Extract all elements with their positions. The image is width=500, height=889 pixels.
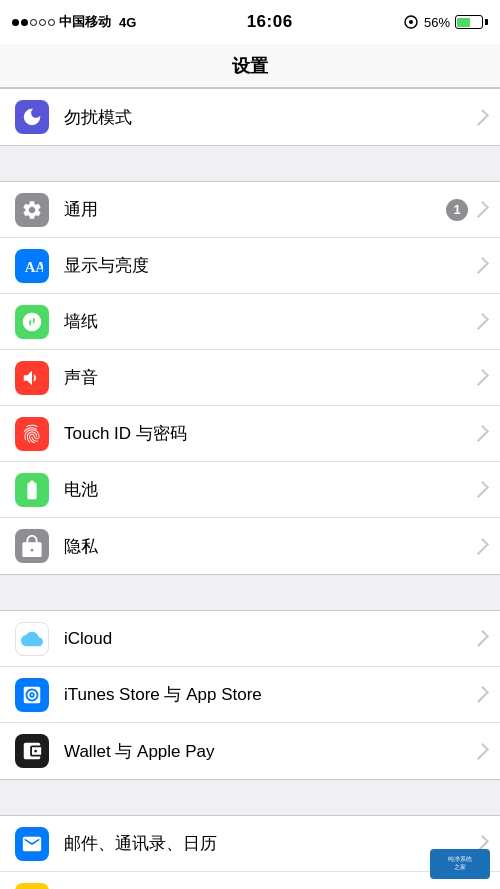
location-icon [403,14,419,30]
battery-percent-label: 56% [424,15,450,30]
settings-item-display[interactable]: AA 显示与亮度 [0,238,500,294]
general-label: 通用 [64,198,446,221]
settings-item-sounds[interactable]: 声音 [0,350,500,406]
settings-item-itunes[interactable]: iTunes Store 与 App Store [0,667,500,723]
status-bar: 中国移动 4G 16:06 56% [0,0,500,44]
icloud-label: iCloud [64,629,476,649]
notes-icon [15,883,49,889]
nav-bar: 设置 [0,44,500,88]
itunes-label: iTunes Store 与 App Store [64,683,476,706]
settings-item-touchid[interactable]: Touch ID 与密码 [0,406,500,462]
settings-item-icloud[interactable]: iCloud [0,611,500,667]
battery-label: 电池 [64,478,476,501]
sounds-label: 声音 [64,366,476,389]
watermark: 纯净系统之家 [430,849,490,879]
svg-point-3 [27,317,31,321]
settings-item-wallpaper[interactable]: 墙纸 [0,294,500,350]
battery-setting-icon [15,473,49,507]
section-dnd: 勿扰模式 [0,88,500,146]
dnd-label: 勿扰模式 [64,106,476,129]
nav-title: 设置 [232,54,268,78]
display-icon: AA [15,249,49,283]
itunes-icon [15,678,49,712]
chevron-icon [472,201,489,218]
wallpaper-label: 墙纸 [64,310,476,333]
svg-point-1 [409,20,413,24]
mail-label: 邮件、通讯录、日历 [64,832,476,855]
settings-item-privacy[interactable]: 隐私 [0,518,500,574]
icloud-icon [15,622,49,656]
wallet-label: Wallet 与 Apple Pay [64,740,476,763]
settings-item-wallet[interactable]: Wallet 与 Apple Pay [0,723,500,779]
settings-item-notes[interactable]: 备忘录 [0,872,500,889]
settings-item-dnd[interactable]: 勿扰模式 [0,89,500,145]
general-icon [15,193,49,227]
privacy-label: 隐私 [64,535,476,558]
display-label: 显示与亮度 [64,254,476,277]
carrier-label: 中国移动 [59,13,111,31]
settings-container[interactable]: 勿扰模式 通用 1 [0,88,500,889]
time-label: 16:06 [247,12,293,31]
settings-item-general[interactable]: 通用 1 [0,182,500,238]
section-accounts: iCloud iTunes Store 与 App Store [0,610,500,780]
touchid-label: Touch ID 与密码 [64,422,476,445]
settings-item-battery[interactable]: 电池 [0,462,500,518]
sounds-icon [15,361,49,395]
privacy-icon [15,529,49,563]
wallet-icon [15,734,49,768]
section-system: 通用 1 AA 显示与亮度 [0,181,500,575]
dnd-icon [15,100,49,134]
battery-icon [455,15,488,29]
network-type-label: 4G [119,15,136,30]
section-apps: 邮件、通讯录、日历 备忘录 [0,815,500,889]
svg-text:AA: AA [25,258,43,274]
touchid-icon [15,417,49,451]
settings-item-mail[interactable]: 邮件、通讯录、日历 [0,816,500,872]
mail-icon [15,827,49,861]
wallpaper-icon [15,305,49,339]
general-badge: 1 [446,199,468,221]
